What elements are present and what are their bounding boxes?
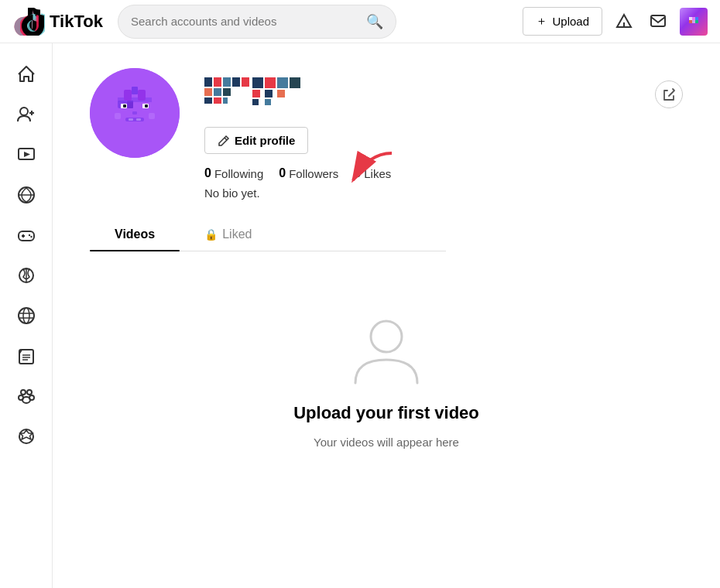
- sidebar: [0, 43, 53, 588]
- logo-text: TikTok: [50, 12, 103, 32]
- share-button[interactable]: [655, 80, 683, 108]
- header-right: ＋ Upload: [523, 7, 708, 36]
- svg-point-9: [20, 108, 28, 115]
- logo-area: TikTok: [12, 8, 105, 36]
- svg-rect-69: [265, 90, 273, 97]
- bio-text: No bio yet.: [204, 186, 683, 200]
- svg-rect-65: [265, 77, 276, 88]
- profile-avatar: [90, 68, 180, 158]
- svg-rect-71: [252, 99, 259, 105]
- svg-rect-53: [204, 77, 212, 87]
- search-icon[interactable]: 🔍: [366, 13, 383, 30]
- following-count: 0: [204, 166, 211, 180]
- sidebar-item-explore[interactable]: [8, 176, 45, 214]
- svg-rect-68: [252, 90, 260, 97]
- svg-rect-50: [132, 87, 138, 94]
- empty-state: Upload your first video Your videos will…: [90, 251, 683, 511]
- lock-icon: 🔒: [204, 228, 218, 241]
- tab-videos[interactable]: Videos: [90, 218, 180, 251]
- svg-rect-57: [242, 77, 249, 87]
- tab-liked[interactable]: 🔒 Liked: [180, 218, 276, 251]
- svg-rect-48: [124, 90, 132, 101]
- username-graphic: [204, 74, 344, 115]
- svg-rect-49: [138, 90, 146, 101]
- sidebar-item-home[interactable]: [8, 56, 45, 93]
- user-avatar-header[interactable]: [680, 8, 708, 36]
- svg-rect-43: [145, 104, 148, 108]
- svg-rect-46: [129, 118, 133, 121]
- filter-icon[interactable]: [612, 9, 636, 34]
- sidebar-item-globe[interactable]: [8, 297, 45, 334]
- svg-rect-44: [132, 111, 137, 115]
- svg-rect-4: [692, 17, 695, 20]
- svg-rect-5: [695, 17, 698, 20]
- empty-person-icon: [348, 313, 425, 391]
- svg-point-30: [27, 390, 32, 395]
- sidebar-item-sports[interactable]: [8, 257, 45, 294]
- svg-rect-45: [125, 118, 144, 121]
- svg-rect-39: [118, 97, 152, 102]
- svg-point-22: [23, 308, 29, 323]
- svg-rect-52: [149, 113, 155, 119]
- svg-rect-6: [689, 20, 692, 23]
- messages-icon[interactable]: [646, 9, 670, 34]
- svg-point-34: [19, 429, 33, 443]
- svg-point-29: [21, 390, 26, 395]
- followers-count: 0: [279, 166, 286, 180]
- search-bar[interactable]: 🔍: [118, 5, 396, 39]
- sidebar-item-fashion[interactable]: [8, 418, 45, 455]
- edit-profile-button[interactable]: Edit profile: [204, 127, 308, 154]
- svg-point-75: [371, 321, 402, 352]
- following-label: Following: [214, 167, 263, 180]
- svg-rect-62: [214, 97, 221, 104]
- svg-rect-25: [19, 350, 33, 364]
- stats-row: 0 Following 0 Followers 0 Likes: [204, 166, 683, 180]
- profile-info: Edit profile 0 Following 0 Followers 0: [204, 68, 683, 200]
- sidebar-item-pets[interactable]: [8, 378, 45, 415]
- sidebar-item-news[interactable]: [8, 337, 45, 374]
- svg-rect-54: [214, 77, 221, 87]
- svg-line-73: [225, 138, 227, 140]
- svg-rect-59: [214, 88, 221, 96]
- svg-rect-55: [223, 77, 231, 87]
- svg-rect-42: [123, 104, 126, 108]
- svg-rect-72: [265, 99, 271, 105]
- followers-label: Followers: [289, 167, 338, 180]
- svg-rect-8: [695, 20, 698, 23]
- svg-rect-56: [232, 77, 240, 87]
- sidebar-item-live[interactable]: [8, 136, 45, 173]
- svg-rect-47: [136, 118, 141, 121]
- svg-rect-63: [223, 97, 228, 104]
- svg-point-21: [19, 308, 34, 323]
- svg-rect-3: [689, 17, 692, 20]
- layout: Edit profile 0 Following 0 Followers 0: [0, 0, 720, 588]
- svg-point-18: [28, 234, 29, 236]
- svg-point-19: [30, 236, 32, 238]
- followers-stat[interactable]: 0 Followers: [279, 166, 338, 180]
- sidebar-item-gaming[interactable]: [8, 217, 45, 254]
- svg-rect-7: [692, 20, 695, 23]
- tiktok-icon: [20, 8, 45, 36]
- profile-section: Edit profile 0 Following 0 Followers 0: [90, 68, 683, 200]
- svg-rect-2: [651, 15, 665, 26]
- following-stat[interactable]: 0 Following: [204, 166, 263, 180]
- plus-icon: ＋: [536, 14, 547, 29]
- main-content: Edit profile 0 Following 0 Followers 0: [53, 43, 720, 588]
- svg-rect-70: [277, 90, 285, 97]
- header: TikTok 🔍 ＋ Upload: [0, 0, 720, 43]
- svg-rect-66: [277, 77, 288, 88]
- svg-point-33: [22, 397, 30, 403]
- likes-label: Likes: [364, 167, 391, 180]
- likes-count: 0: [354, 166, 361, 180]
- edit-icon: [218, 135, 230, 147]
- svg-rect-58: [204, 88, 212, 96]
- likes-stat[interactable]: 0 Likes: [354, 166, 391, 180]
- upload-button[interactable]: ＋ Upload: [523, 7, 602, 36]
- svg-rect-67: [290, 77, 300, 88]
- empty-title: Upload your first video: [293, 403, 479, 423]
- tabs-row: Videos 🔒 Liked: [90, 218, 446, 251]
- svg-rect-61: [204, 97, 212, 104]
- sidebar-item-following[interactable]: [8, 96, 45, 133]
- search-input[interactable]: [131, 15, 366, 28]
- svg-rect-51: [115, 113, 121, 119]
